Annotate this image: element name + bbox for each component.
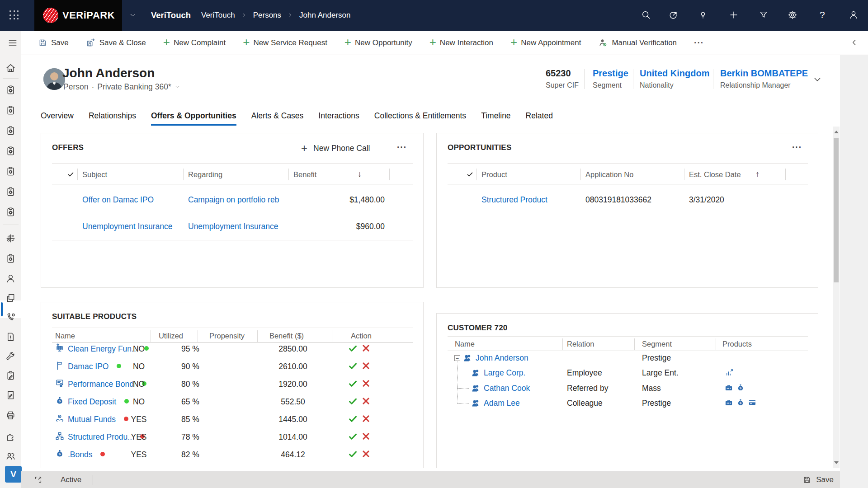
veripark-logo[interactable]: VERiPARK bbox=[34, 0, 122, 31]
sidebar-persons-icon[interactable] bbox=[5, 273, 16, 284]
customer-name-link[interactable]: John Anderson bbox=[476, 353, 528, 363]
accept-check-icon[interactable] bbox=[348, 432, 358, 441]
column-header-benefit[interactable]: Benefit bbox=[293, 170, 316, 179]
customer-name-link[interactable]: Adam Lee bbox=[484, 399, 520, 408]
lightbulb-icon[interactable] bbox=[698, 10, 708, 20]
sidebar-pages-icon[interactable] bbox=[5, 293, 16, 303]
app-switch-chevron-icon[interactable] bbox=[129, 12, 136, 19]
sidebar-doc-alert-icon[interactable] bbox=[5, 332, 16, 342]
expand-status-icon[interactable] bbox=[34, 475, 42, 484]
column-header-propensity[interactable]: Propensity bbox=[209, 332, 245, 340]
form-selector[interactable]: Private Banking 360* bbox=[97, 82, 171, 92]
reject-x-icon[interactable] bbox=[361, 396, 371, 406]
column-header-utilized[interactable]: Utilized bbox=[159, 332, 183, 340]
vertical-scrollbar[interactable] bbox=[833, 127, 840, 468]
column-header-benefit[interactable]: Benefit ($) bbox=[269, 332, 304, 340]
new-phone-call-button[interactable]: + New Phone Call bbox=[301, 143, 370, 153]
help-icon[interactable]: ? bbox=[820, 9, 825, 20]
offers-more-button[interactable]: ··· bbox=[397, 142, 407, 152]
tree-collapse-toggle[interactable]: – bbox=[454, 355, 460, 361]
breadcrumb-app[interactable]: VeriTouch bbox=[201, 11, 235, 20]
tab-collections-entitlements[interactable]: Collections & Entitlements bbox=[374, 108, 466, 125]
breadcrumb-entity[interactable]: Persons bbox=[253, 11, 281, 20]
sidebar-doc-pencil-icon[interactable] bbox=[5, 390, 16, 400]
status-save-button[interactable]: Save bbox=[802, 475, 834, 484]
accept-check-icon[interactable] bbox=[348, 449, 358, 459]
sidebar-item-icon[interactable] bbox=[5, 253, 16, 264]
sidebar-item-icon[interactable] bbox=[5, 166, 16, 177]
accept-check-icon[interactable] bbox=[348, 396, 358, 406]
sidebar-item-icon[interactable] bbox=[5, 126, 16, 136]
v-app-button[interactable]: V bbox=[5, 466, 22, 483]
column-header-name[interactable]: Name bbox=[455, 340, 475, 348]
sidebar-puzzle-icon[interactable] bbox=[5, 432, 16, 442]
column-header-product[interactable]: Product bbox=[481, 170, 507, 179]
select-all-check-icon[interactable] bbox=[467, 171, 473, 178]
breadcrumb-record[interactable]: John Anderson bbox=[299, 11, 350, 20]
customer-name-link[interactable]: Large Corp. bbox=[484, 368, 525, 378]
sidebar-dashboard-icon[interactable] bbox=[5, 233, 16, 244]
offer-subject-link[interactable]: Offer on Damac IPO bbox=[82, 195, 154, 205]
tab-interactions[interactable]: Interactions bbox=[318, 108, 359, 125]
scroll-up-arrow[interactable] bbox=[834, 131, 839, 133]
accept-check-icon[interactable] bbox=[348, 361, 358, 371]
scroll-down-arrow[interactable] bbox=[834, 461, 839, 464]
tab-relationships[interactable]: Relationships bbox=[89, 108, 136, 125]
column-header-subject[interactable]: Subject bbox=[82, 170, 107, 179]
tab-alerts-cases[interactable]: Alerts & Cases bbox=[251, 108, 304, 125]
reject-x-icon[interactable] bbox=[361, 414, 371, 423]
collapse-pane-chevron-icon[interactable] bbox=[850, 38, 859, 47]
column-header-products[interactable]: Products bbox=[722, 340, 752, 348]
form-selector-chevron-icon[interactable] bbox=[175, 84, 180, 90]
column-header-action[interactable]: Action bbox=[351, 332, 372, 340]
account-person-icon[interactable] bbox=[849, 10, 859, 20]
app-name[interactable]: VeriTouch bbox=[151, 10, 191, 20]
reject-x-icon[interactable] bbox=[361, 361, 371, 371]
sidebar-home-icon[interactable] bbox=[5, 63, 16, 73]
offer-regarding-link[interactable]: Unemployment Insurance bbox=[188, 222, 287, 231]
new-complaint-button[interactable]: +New Complaint bbox=[163, 38, 226, 47]
sidebar-item-icon[interactable] bbox=[5, 146, 16, 156]
save-button[interactable]: Save bbox=[38, 38, 69, 47]
accept-check-icon[interactable] bbox=[348, 379, 358, 388]
new-service-request-button[interactable]: +New Service Request bbox=[243, 38, 327, 47]
column-header-segment[interactable]: Segment bbox=[642, 340, 672, 348]
quick-actions-icon[interactable] bbox=[669, 10, 679, 20]
sidebar-item-icon[interactable] bbox=[5, 105, 16, 116]
reject-x-icon[interactable] bbox=[361, 379, 371, 388]
sidebar-item-icon[interactable] bbox=[5, 187, 16, 197]
scrollbar-thumb[interactable] bbox=[834, 138, 839, 282]
settings-gear-icon[interactable] bbox=[788, 10, 797, 20]
new-opportunity-button[interactable]: +New Opportunity bbox=[344, 38, 412, 47]
header-expand-chevron-icon[interactable] bbox=[811, 75, 823, 84]
sidebar-item-icon[interactable] bbox=[5, 85, 16, 95]
sort-descending-icon[interactable]: ↓ bbox=[358, 169, 362, 179]
tab-offers-opportunities[interactable]: Offers & Opportunities bbox=[151, 108, 236, 125]
tab-timeline[interactable]: Timeline bbox=[481, 108, 510, 125]
sidebar-people-icon[interactable] bbox=[5, 451, 16, 461]
command-overflow-button[interactable]: ··· bbox=[694, 38, 704, 48]
accept-check-icon[interactable] bbox=[348, 414, 358, 423]
sidebar-phone-icon[interactable] bbox=[5, 312, 16, 323]
accept-check-icon[interactable] bbox=[348, 343, 358, 353]
tab-related[interactable]: Related bbox=[526, 108, 553, 125]
offer-subject-link[interactable]: Unemployment Insurance bbox=[82, 222, 172, 231]
column-header-regarding[interactable]: Regarding bbox=[188, 170, 222, 179]
opportunities-more-button[interactable]: ··· bbox=[792, 142, 802, 152]
column-header-est-close-date[interactable]: Est. Close Date bbox=[689, 170, 741, 179]
waffle-icon[interactable] bbox=[9, 10, 19, 20]
column-header-application-no[interactable]: Application No bbox=[585, 170, 633, 179]
tab-overview[interactable]: Overview bbox=[41, 108, 74, 125]
reject-x-icon[interactable] bbox=[361, 449, 371, 459]
avatar[interactable] bbox=[43, 68, 65, 90]
search-icon[interactable] bbox=[641, 10, 651, 20]
sidebar-item-icon[interactable] bbox=[5, 207, 16, 217]
sidebar-wrench-icon[interactable] bbox=[5, 351, 16, 361]
customer-name-link[interactable]: Cathan Cook bbox=[484, 384, 530, 393]
save-close-button[interactable]: Save & Close bbox=[86, 38, 146, 48]
opportunity-product-link[interactable]: Structured Product bbox=[481, 195, 547, 205]
manual-verification-button[interactable]: Manual Verification bbox=[598, 38, 677, 48]
new-interaction-button[interactable]: +New Interaction bbox=[429, 38, 493, 47]
new-appointment-button[interactable]: +New Appointment bbox=[510, 38, 581, 47]
sort-ascending-icon[interactable]: ↑ bbox=[755, 169, 760, 179]
